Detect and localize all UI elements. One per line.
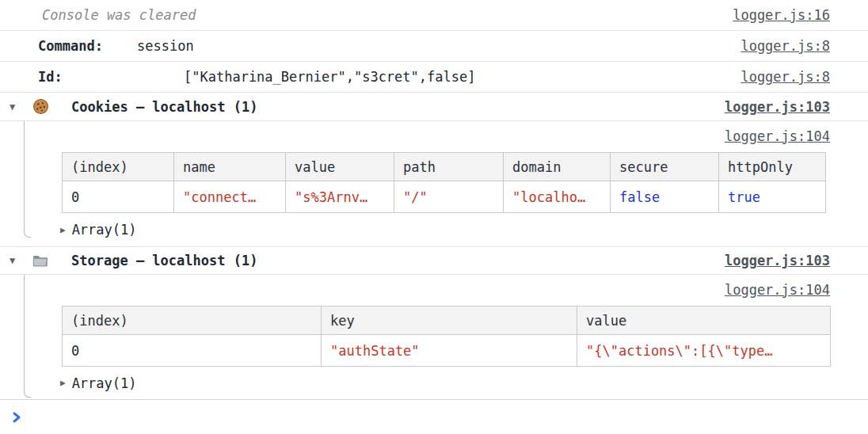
column-header[interactable]: httpOnly <box>719 153 826 181</box>
tree-guide-line <box>24 121 31 238</box>
cleared-text: Console was cleared <box>42 7 196 23</box>
table-row: 0 "connect… "s%3Arnv… "/" "localho… fals… <box>63 181 826 213</box>
source-link[interactable]: logger.js:103 <box>725 99 830 115</box>
group-content-storage: logger.js:104 (index) key value 0 "authS… <box>0 275 868 399</box>
tree-guide-line <box>24 275 31 398</box>
column-header[interactable]: secure <box>611 153 719 181</box>
table-header-row: (index) name value path domain secure ht… <box>63 153 826 181</box>
devtools-console: Console was cleared logger.js:16 Command… <box>0 0 868 434</box>
command-value: session <box>137 38 194 54</box>
group-content-cookies: logger.js:104 (index) name value path do… <box>0 121 868 246</box>
group-title: Cookies – localhost (1) <box>71 99 257 115</box>
cell-index: 0 <box>63 181 174 213</box>
id-value: ["Katharina_Bernier","s3cret",false] <box>184 69 475 85</box>
console-prompt[interactable] <box>0 399 868 434</box>
column-header[interactable]: value <box>577 306 831 335</box>
source-link[interactable]: logger.js:16 <box>733 7 830 23</box>
group-header-storage[interactable]: ▼ Storage – localhost (1) logger.js:103 <box>0 246 868 275</box>
source-link[interactable]: logger.js:8 <box>740 69 830 85</box>
source-link[interactable]: logger.js:104 <box>725 282 830 298</box>
array-expandable[interactable]: ▶ Array(1) <box>0 367 868 399</box>
cell-index: 0 <box>63 335 322 367</box>
cell-domain: "localho… <box>504 181 611 213</box>
cell-value: "s%3Arnv… <box>286 181 394 213</box>
table-source-row: logger.js:104 <box>0 275 868 304</box>
column-header[interactable]: (index) <box>63 306 322 335</box>
console-message-command: Command: session logger.js:8 <box>0 31 868 62</box>
cell-httponly: true <box>719 181 826 213</box>
cookie-icon <box>32 98 49 116</box>
cell-key: "authState" <box>322 335 577 367</box>
cookies-table: (index) name value path domain secure ht… <box>62 152 826 213</box>
array-label: Array(1) <box>72 375 137 391</box>
folder-icon <box>32 252 49 269</box>
group-header-cookies[interactable]: ▼ Cookies – localhost (1) logger.js:103 <box>0 93 868 121</box>
disclosure-triangle-icon[interactable]: ▼ <box>10 256 21 265</box>
table-source-row: logger.js:104 <box>0 121 868 150</box>
column-header[interactable]: name <box>174 153 286 181</box>
cell-secure: false <box>611 181 719 213</box>
id-label: Id: <box>38 69 184 85</box>
array-label: Array(1) <box>72 222 137 238</box>
array-expandable[interactable]: ▶ Array(1) <box>0 213 868 246</box>
column-header[interactable]: path <box>394 153 504 181</box>
prompt-chevron-icon <box>10 411 23 424</box>
source-link[interactable]: logger.js:103 <box>725 253 830 268</box>
expand-triangle-icon[interactable]: ▶ <box>60 379 66 387</box>
column-header[interactable]: (index) <box>63 153 174 181</box>
table-row: 0 "authState" "{\"actions\":[{\"type… <box>63 335 831 367</box>
cell-path: "/" <box>394 181 504 213</box>
cell-name: "connect… <box>174 181 286 213</box>
console-message-id: Id: ["Katharina_Bernier","s3cret",false]… <box>0 62 868 93</box>
table-header-row: (index) key value <box>63 306 831 335</box>
disclosure-triangle-icon[interactable]: ▼ <box>10 102 21 112</box>
console-message-cleared: Console was cleared logger.js:16 <box>0 0 868 31</box>
column-header[interactable]: key <box>322 306 577 335</box>
source-link[interactable]: logger.js:104 <box>725 128 830 144</box>
command-label: Command: <box>38 38 137 54</box>
storage-table: (index) key value 0 "authState" "{\"acti… <box>62 306 831 367</box>
cell-value: "{\"actions\":[{\"type… <box>577 335 831 367</box>
group-title: Storage – localhost (1) <box>71 253 257 268</box>
source-link[interactable]: logger.js:8 <box>740 38 830 54</box>
column-header[interactable]: value <box>286 153 394 181</box>
expand-triangle-icon[interactable]: ▶ <box>60 226 66 234</box>
column-header[interactable]: domain <box>504 153 611 181</box>
